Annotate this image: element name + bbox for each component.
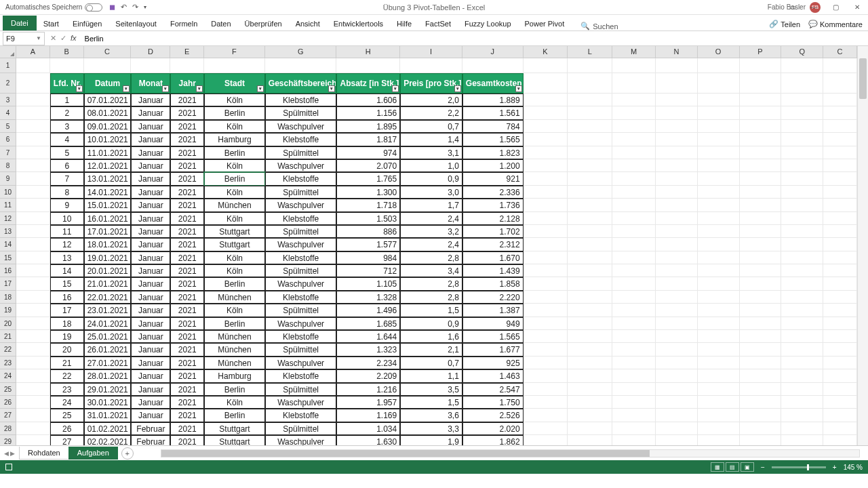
tab-file[interactable]: Datei	[3, 16, 37, 30]
cell[interactable]	[740, 199, 782, 211]
cell[interactable]	[656, 225, 698, 238]
table-cell[interactable]: 0,9	[400, 172, 462, 185]
row-header[interactable]: 29	[0, 435, 16, 445]
cell[interactable]	[698, 409, 740, 422]
cell[interactable]	[16, 409, 50, 422]
cell[interactable]	[740, 304, 782, 317]
cell[interactable]	[740, 73, 782, 94]
cell[interactable]	[16, 73, 50, 94]
cell[interactable]	[823, 396, 857, 409]
cell[interactable]	[568, 199, 612, 211]
cell[interactable]	[740, 330, 782, 343]
cell[interactable]	[823, 317, 857, 330]
table-cell[interactable]: Waschpulver	[265, 317, 337, 330]
cell[interactable]	[698, 186, 740, 199]
cell[interactable]	[568, 396, 612, 409]
table-cell[interactable]: 1,6	[400, 330, 462, 343]
cell[interactable]	[698, 291, 740, 304]
cell[interactable]	[698, 146, 740, 159]
row-header[interactable]: 14	[0, 238, 16, 251]
cell[interactable]	[612, 435, 656, 445]
row-header[interactable]: 26	[0, 396, 16, 409]
cell[interactable]	[823, 369, 857, 382]
col-header[interactable]: K	[524, 46, 568, 58]
table-cell[interactable]: Klebstoffe	[265, 291, 337, 304]
cell[interactable]	[524, 277, 568, 290]
cell[interactable]	[823, 238, 857, 251]
table-cell[interactable]: 3,1	[400, 146, 462, 159]
cell[interactable]	[16, 159, 50, 172]
table-cell[interactable]: 2021	[170, 317, 204, 330]
table-cell[interactable]: Berlin	[204, 146, 265, 159]
cell[interactable]	[656, 369, 698, 382]
table-cell[interactable]: 1.889	[462, 94, 524, 106]
cell[interactable]	[740, 186, 782, 199]
table-cell[interactable]: 921	[462, 172, 524, 185]
cell[interactable]	[740, 120, 782, 133]
tab-fuzzy lookup[interactable]: Fuzzy Lookup	[458, 17, 517, 30]
table-cell[interactable]: 16.01.2021	[84, 212, 132, 225]
table-cell[interactable]: 2021	[170, 94, 204, 106]
cell[interactable]	[612, 58, 656, 73]
table-cell[interactable]: Januar	[131, 317, 170, 330]
cell[interactable]	[656, 409, 698, 422]
cell[interactable]	[781, 304, 823, 317]
table-cell[interactable]: 11.01.2021	[84, 146, 132, 159]
col-header[interactable]: I	[400, 46, 462, 58]
cell[interactable]	[740, 409, 782, 422]
cell[interactable]	[16, 146, 50, 159]
cell[interactable]	[698, 369, 740, 382]
table-cell[interactable]: Berlin	[204, 172, 265, 185]
row-header[interactable]: 7	[0, 146, 16, 159]
table-cell[interactable]: 1.387	[462, 304, 524, 317]
cell[interactable]	[612, 383, 656, 396]
cell[interactable]	[823, 304, 857, 317]
cell[interactable]	[781, 58, 823, 73]
row-header[interactable]: 9	[0, 172, 16, 185]
table-cell[interactable]: 0,9	[400, 317, 462, 330]
row-header[interactable]: 1	[0, 58, 16, 73]
table-cell[interactable]: 22.01.2021	[84, 291, 132, 304]
table-cell[interactable]: 1.606	[336, 94, 400, 106]
table-cell[interactable]: 1.957	[336, 396, 400, 409]
cell[interactable]	[524, 396, 568, 409]
cell[interactable]	[568, 106, 612, 119]
cell[interactable]	[524, 251, 568, 264]
table-cell[interactable]: 1.565	[462, 133, 524, 146]
table-cell[interactable]: 1.328	[336, 291, 400, 304]
table-cell[interactable]: Spülmittel	[265, 225, 337, 238]
cell[interactable]	[524, 172, 568, 185]
cell[interactable]	[781, 172, 823, 185]
cell[interactable]	[612, 357, 656, 369]
cell[interactable]	[16, 317, 50, 330]
table-cell[interactable]: Klebstoffe	[265, 212, 337, 225]
macro-record-icon[interactable]	[5, 464, 12, 470]
filter-icon[interactable]: ▾	[257, 85, 264, 92]
table-cell[interactable]: 2021	[170, 277, 204, 290]
table-cell[interactable]: Januar	[131, 212, 170, 225]
table-cell[interactable]: Januar	[131, 133, 170, 146]
table-cell[interactable]: 2,8	[400, 291, 462, 304]
table-cell[interactable]: 2021	[170, 120, 204, 133]
cell[interactable]	[524, 409, 568, 422]
table-cell[interactable]: 1.817	[336, 133, 400, 146]
cell[interactable]	[524, 146, 568, 159]
table-cell[interactable]: Stuttgart	[204, 422, 265, 435]
cell[interactable]	[612, 159, 656, 172]
cell[interactable]	[656, 106, 698, 119]
table-cell[interactable]: 20.01.2021	[84, 264, 132, 277]
row-header[interactable]: 18	[0, 291, 16, 304]
cell[interactable]	[823, 357, 857, 369]
cell[interactable]	[823, 343, 857, 356]
row-header[interactable]: 24	[0, 369, 16, 382]
table-cell[interactable]: 2021	[170, 383, 204, 396]
table-cell[interactable]: Januar	[131, 357, 170, 369]
table-cell[interactable]: 1.503	[336, 212, 400, 225]
table-cell[interactable]: 1,1	[400, 369, 462, 382]
cell[interactable]	[568, 304, 612, 317]
cell[interactable]	[568, 343, 612, 356]
table-cell[interactable]: 1.216	[336, 383, 400, 396]
cell[interactable]	[568, 225, 612, 238]
cell[interactable]	[612, 94, 656, 106]
cell[interactable]	[823, 106, 857, 119]
